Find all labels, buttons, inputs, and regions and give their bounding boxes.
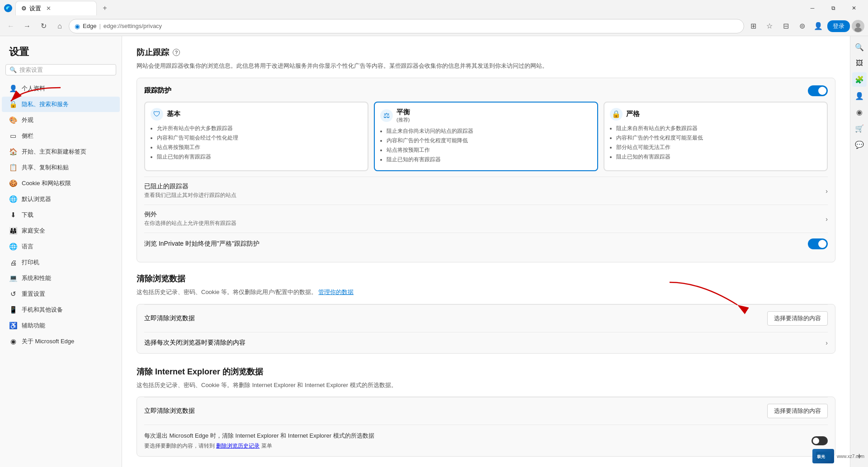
sidebar-item-profile[interactable]: 👤 个人资料: [2, 81, 120, 96]
sidebar-item-label: 默认浏览器: [22, 195, 51, 203]
login-button[interactable]: 登录: [827, 20, 850, 32]
new-tab-button[interactable]: +: [99, 2, 111, 14]
sidebar-item-sidebar[interactable]: ▭ 侧栏: [2, 128, 120, 144]
sidebar-title: 设置: [0, 36, 122, 64]
extensions-button[interactable]: ⊞: [746, 19, 760, 33]
tracking-title: 防止跟踪 ?: [137, 47, 835, 58]
tracking-desc: 网站会使用跟踪器收集你的浏览信息。此信息将用于改进网站服务并向你显示个性化广告等…: [137, 61, 835, 70]
collections-button[interactable]: ⊟: [778, 19, 793, 33]
home-button[interactable]: ⌂: [52, 19, 67, 33]
close-button[interactable]: ✕: [844, 0, 864, 16]
tracking-levels: 🛡 基本 允许所有站点中的大多数跟踪器 内容和广告可能会经过个性化处理 站点将按…: [144, 102, 828, 172]
level-card-balanced[interactable]: ⚖ 平衡 (推荐) 阻止来自你尚未访问的站点的跟踪器 内容和广告的个性化程度可能…: [374, 102, 598, 172]
tracking-toggle[interactable]: [808, 85, 828, 96]
sidebar-item-about[interactable]: ◉ 关于 Microsoft Edge: [2, 334, 120, 349]
basic-name: 基本: [167, 110, 180, 118]
rs-search-button[interactable]: 🔍: [852, 40, 867, 54]
sidebar-item-downloads[interactable]: ⬇ 下载: [2, 207, 120, 223]
exceptions-desc: 在你选择的站点上允许使用所有跟踪器: [144, 219, 236, 227]
profile-icon: 👤: [9, 84, 17, 93]
address-bar[interactable]: ◉ Edge | edge://settings/privacy: [69, 19, 744, 33]
profile-button[interactable]: ⊚: [795, 19, 809, 33]
rs-chat-button[interactable]: 💬: [852, 137, 867, 152]
tracking-card-header: 跟踪防护: [144, 85, 828, 96]
sidebar-item-label: 辅助功能: [22, 322, 45, 330]
rs-profile-button[interactable]: 👤: [852, 89, 867, 103]
downloads-icon: ⬇: [9, 211, 17, 219]
sidebar-item-browser[interactable]: 🌐 默认浏览器: [2, 191, 120, 207]
inprivate-label: 浏览 InPrivate 时始终使用"严格"跟踪防护: [144, 240, 259, 248]
clear-on-close-arrow: ›: [826, 339, 828, 346]
exceptions-row[interactable]: 例外 在你选择的站点上允许使用所有跟踪器 ›: [144, 205, 828, 233]
toolbar: ← → ↻ ⌂ ◉ Edge | edge://settings/privacy…: [0, 16, 868, 36]
forward-button[interactable]: →: [20, 19, 34, 33]
rs-circle-button[interactable]: ◉: [852, 105, 867, 119]
clear-on-close-row[interactable]: 选择每次关闭浏览器时要清除的内容 ›: [144, 332, 828, 353]
rs-immersive-reader-button[interactable]: 🖼: [852, 56, 867, 70]
sidebar-item-label: 侧栏: [22, 132, 33, 140]
sidebar-item-language[interactable]: 🌐 语言: [2, 239, 120, 254]
clear-section-body: 这包括历史记录、密码、Cookie 等。将仅删除此用户/配置中的数据。 管理你的…: [137, 288, 835, 354]
sidebar-item-accessibility[interactable]: ♿ 辅助功能: [2, 318, 120, 333]
sidebar-item-reset[interactable]: ↺ 重置设置: [2, 286, 120, 302]
sidebar-item-appearance[interactable]: 🎨 外观: [2, 112, 120, 128]
search-box[interactable]: 🔍: [5, 64, 116, 75]
ie-close-toggle[interactable]: [811, 436, 828, 445]
printer-icon: 🖨: [9, 258, 17, 266]
mobile-icon: 📱: [9, 306, 17, 314]
account-button[interactable]: 👤: [811, 19, 826, 33]
tab-close-button[interactable]: ✕: [45, 5, 52, 12]
level-card-basic[interactable]: 🛡 基本 允许所有站点中的大多数跟踪器 内容和广告可能会经过个性化处理 站点将按…: [144, 102, 368, 172]
ie-browse-history-link[interactable]: 删除浏览历史记录: [216, 443, 259, 449]
search-input[interactable]: [19, 66, 112, 73]
sidebar-item-family[interactable]: 👨‍👩‍👧 家庭安全: [2, 223, 120, 238]
blocked-trackers-row[interactable]: 已阻止的跟踪器 查看我们已阻止其对你进行跟踪的站点 ›: [144, 177, 828, 205]
sidebar-item-share[interactable]: 📋 共享、复制和粘贴: [2, 160, 120, 175]
user-avatar[interactable]: [852, 20, 864, 33]
ie-close-row: 每次退出 Microsoft Edge 时，清除 Internet Explor…: [144, 425, 828, 456]
tracking-info-icon[interactable]: ?: [173, 49, 180, 56]
sidebar-item-newtab[interactable]: 🏠 开始、主页和新建标签页: [2, 144, 120, 159]
exceptions-arrow: ›: [826, 215, 828, 223]
rs-shopping-button[interactable]: 🛒: [852, 121, 867, 135]
restore-button[interactable]: ⧉: [823, 0, 844, 16]
clear-now-button[interactable]: 选择要清除的内容: [767, 311, 828, 326]
settings-nav: 👤 个人资料 🔒 隐私、搜索和服务 🎨 外观 ▭ 侧栏: [0, 81, 122, 349]
sidebar-item-label: 外观: [22, 116, 33, 124]
clear-data-section: 清除浏览数据 这包括历史记录、密码、Cookie 等。将仅删除此用户/配置中的数…: [137, 273, 835, 354]
sidebar-item-printer[interactable]: 🖨 打印机: [2, 255, 120, 270]
ie-clear-now-label: 立即清除浏览数据: [144, 407, 195, 415]
minimize-button[interactable]: ─: [802, 0, 823, 16]
svg-text:极光: 极光: [816, 454, 826, 459]
search-icon: 🔍: [9, 66, 17, 73]
sidebar-item-privacy[interactable]: 🔒 隐私、搜索和服务: [2, 97, 120, 112]
newtab-icon: 🏠: [9, 148, 17, 156]
inprivate-toggle[interactable]: [808, 238, 828, 249]
favorites-button[interactable]: ☆: [762, 19, 777, 33]
sidebar-item-mobile[interactable]: 📱 手机和其他设备: [2, 302, 120, 318]
address-text: edge://settings/privacy: [104, 23, 738, 29]
sidebar-item-cookies[interactable]: 🍪 Cookie 和网站权限: [2, 176, 120, 191]
toolbar-right: ⊞ ☆ ⊟ ⊚ 👤 登录: [746, 19, 864, 33]
tracking-section: 防止跟踪 ? 网站会使用跟踪器收集你的浏览信息。此信息将用于改进网站服务并向你显…: [137, 47, 835, 262]
clear-section-title: 清除浏览数据: [137, 273, 835, 284]
ie-clear-now-button[interactable]: 选择要清除的内容: [767, 404, 828, 418]
manage-data-link[interactable]: 管理你的数据: [318, 289, 354, 295]
accessibility-icon: ♿: [9, 322, 17, 330]
privacy-icon: 🔒: [9, 100, 17, 108]
strict-name: 严格: [626, 110, 640, 118]
svg-point-0: [4, 4, 12, 12]
protection-label: 跟踪防护: [144, 86, 171, 95]
sidebar-item-label: 关于 Microsoft Edge: [22, 337, 74, 346]
active-tab[interactable]: ⚙ 设置 ✕: [15, 1, 97, 15]
watermark: 极光 www.xz7.com: [812, 449, 864, 463]
back-button[interactable]: ←: [4, 19, 18, 33]
tracking-card: 跟踪防护 🛡 基本 允许所有站点中的大多数跟踪器: [137, 78, 835, 263]
refresh-button[interactable]: ↻: [36, 19, 51, 33]
sidebar-item-label: 重置设置: [22, 290, 45, 298]
rs-extensions-button[interactable]: 🧩: [852, 72, 867, 87]
svg-point-1: [856, 23, 860, 28]
level-card-strict[interactable]: 🔒 严格 阻止来自所有站点的大多数跟踪器 内容和广告的个性化程度可能至最低 部分…: [604, 102, 828, 172]
sidebar-item-system[interactable]: 💻 系统和性能: [2, 271, 120, 286]
sidebar-item-label: 家庭安全: [22, 227, 45, 235]
